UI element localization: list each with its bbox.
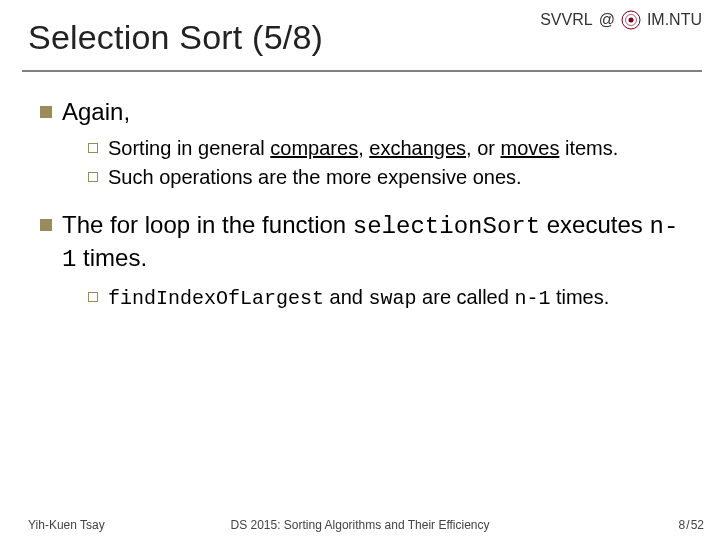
text-fragment: and <box>324 286 368 308</box>
sub-bullet-item: findIndexOfLargest and swap are called n… <box>88 284 690 312</box>
sub-bullet-item: Sorting in general compares, exchanges, … <box>88 135 690 162</box>
brand-at: @ <box>599 11 615 29</box>
seal-icon <box>621 10 641 30</box>
text-fragment: are called <box>417 286 515 308</box>
bullet-item: Again, <box>40 96 690 127</box>
brand-right: IM.NTU <box>647 11 702 29</box>
text-fragment: The for loop in the function <box>62 211 353 238</box>
text-fragment: executes <box>540 211 649 238</box>
code-term: n-1 <box>514 287 550 310</box>
text-fragment: items. <box>559 137 618 159</box>
title-rule <box>22 70 702 72</box>
hollow-square-bullet-icon <box>88 292 98 302</box>
code-term: swap <box>369 287 417 310</box>
sub-bullet-group: findIndexOfLargest and swap are called n… <box>88 284 690 312</box>
footer-page: 8/52 <box>679 518 704 532</box>
text-fragment: Sorting in general <box>108 137 270 159</box>
bullet-text: Again, <box>62 96 690 127</box>
page-total: 52 <box>691 518 704 532</box>
hollow-square-bullet-icon <box>88 172 98 182</box>
text-fragment: , or <box>466 137 500 159</box>
slide-header: SVVRL @ IM.NTU Selection Sort (5/8) <box>0 10 720 57</box>
text-fragment: times. <box>550 286 609 308</box>
slide-body: Again, Sorting in general compares, exch… <box>40 88 690 312</box>
code-term: selectionSort <box>353 213 540 240</box>
sub-bullet-text: findIndexOfLargest and swap are called n… <box>108 284 690 312</box>
brand-left: SVVRL <box>540 11 592 29</box>
slide: SVVRL @ IM.NTU Selection Sort (5/8) Agai… <box>0 0 720 540</box>
svg-point-2 <box>628 18 633 23</box>
square-bullet-icon <box>40 106 52 118</box>
footer-author: Yih-Kuen Tsay <box>28 518 105 532</box>
bullet-item: The for loop in the function selectionSo… <box>40 209 690 275</box>
underlined-term: compares <box>270 137 358 159</box>
square-bullet-icon <box>40 219 52 231</box>
text-fragment: times. <box>76 244 147 271</box>
underlined-term: moves <box>500 137 559 159</box>
underlined-term: exchanges <box>369 137 466 159</box>
sub-bullet-group: Sorting in general compares, exchanges, … <box>88 135 690 191</box>
bullet-text: The for loop in the function selectionSo… <box>62 209 690 275</box>
slide-footer: Yih-Kuen Tsay DS 2015: Sorting Algorithm… <box>0 518 720 532</box>
code-term: findIndexOfLargest <box>108 287 324 310</box>
sub-bullet-text: Such operations are the more expensive o… <box>108 164 690 191</box>
text-fragment: , <box>358 137 369 159</box>
sub-bullet-text: Sorting in general compares, exchanges, … <box>108 135 690 162</box>
footer-course: DS 2015: Sorting Algorithms and Their Ef… <box>0 518 720 532</box>
sub-bullet-item: Such operations are the more expensive o… <box>88 164 690 191</box>
hollow-square-bullet-icon <box>88 143 98 153</box>
